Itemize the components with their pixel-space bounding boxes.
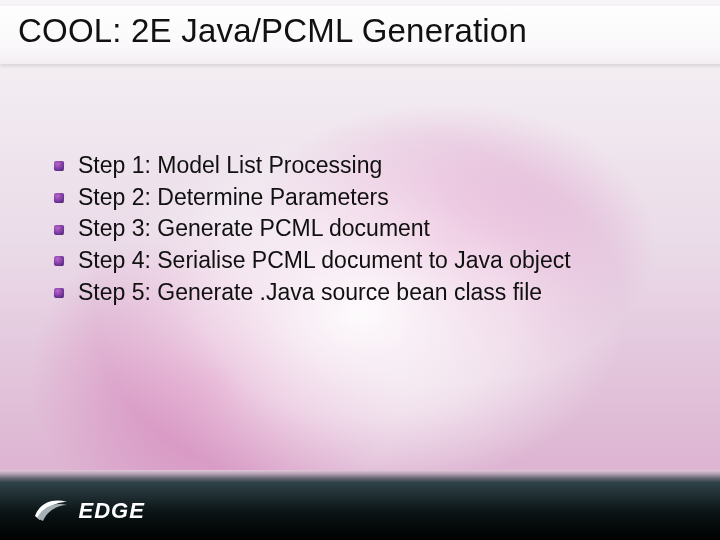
list-item: Step 2: Determine Parameters — [54, 182, 654, 214]
brand-logo: EDGE — [34, 496, 145, 526]
bullet-text: Step 2: Determine Parameters — [78, 184, 389, 210]
bullet-text: Step 5: Generate .Java source bean class… — [78, 279, 542, 305]
slide-title: COOL: 2E Java/PCML Generation — [18, 12, 720, 50]
bullet-text: Step 4: Serialise PCML document to Java … — [78, 247, 571, 273]
title-bar: COOL: 2E Java/PCML Generation — [0, 6, 720, 64]
list-item: Step 1: Model List Processing — [54, 150, 654, 182]
swoosh-icon — [34, 496, 68, 526]
bullet-text: Step 3: Generate PCML document — [78, 215, 430, 241]
list-item: Step 5: Generate .Java source bean class… — [54, 277, 654, 309]
footer-bar: EDGE — [0, 470, 720, 540]
list-item: Step 4: Serialise PCML document to Java … — [54, 245, 654, 277]
bullet-text: Step 1: Model List Processing — [78, 152, 382, 178]
slide: COOL: 2E Java/PCML Generation Step 1: Mo… — [0, 0, 720, 540]
slide-body: Step 1: Model List Processing Step 2: De… — [54, 150, 654, 309]
brand-name: EDGE — [78, 498, 144, 524]
list-item: Step 3: Generate PCML document — [54, 213, 654, 245]
